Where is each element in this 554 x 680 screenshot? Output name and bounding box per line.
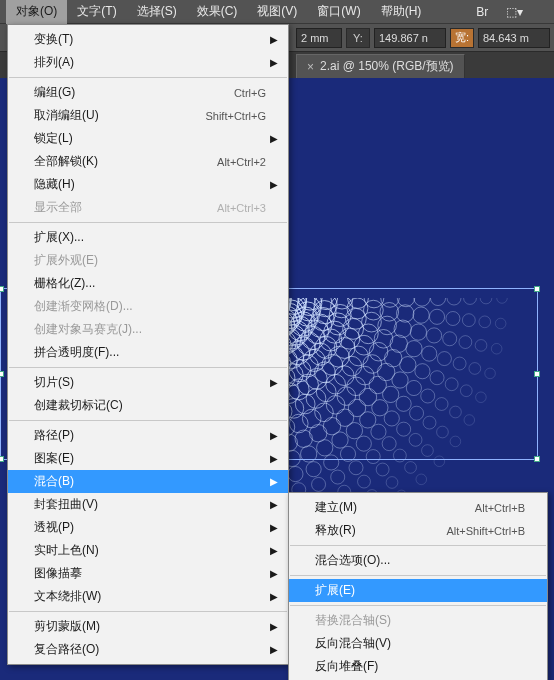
menu-item[interactable]: 实时上色(N)▶ — [8, 539, 288, 562]
menu-item-label: 复合路径(O) — [34, 641, 99, 658]
menu-separator — [290, 545, 546, 546]
menubar-item[interactable]: 文字(T) — [67, 0, 126, 24]
object-menu: 变换(T)▶排列(A)▶编组(G)Ctrl+G取消编组(U)Shift+Ctrl… — [7, 24, 289, 665]
menu-item[interactable]: 切片(S)▶ — [8, 371, 288, 394]
menu-item-label: 创建对象马赛克(J)... — [34, 321, 142, 338]
menu-item-label: 替换混合轴(S) — [315, 612, 391, 629]
menu-separator — [9, 77, 287, 78]
menu-item[interactable]: 编组(G)Ctrl+G — [8, 81, 288, 104]
menu-shortcut: Alt+Ctrl+2 — [217, 156, 266, 168]
menu-shortcut: Alt+Shift+Ctrl+B — [446, 525, 525, 537]
svg-point-232 — [416, 474, 427, 485]
menu-shortcut: Shift+Ctrl+G — [205, 110, 266, 122]
menubar-item[interactable]: 帮助(H) — [371, 0, 432, 24]
menu-item: 扩展外观(E) — [8, 249, 288, 272]
menu-shortcut: Alt+Ctrl+3 — [217, 202, 266, 214]
x-field[interactable]: 2 mm — [296, 28, 342, 48]
menu-item[interactable]: 文本绕排(W)▶ — [8, 585, 288, 608]
submenu-arrow-icon: ▶ — [270, 644, 278, 655]
menu-item[interactable]: 栅格化(Z)... — [8, 272, 288, 295]
w-field[interactable]: 84.643 m — [478, 28, 550, 48]
menu-item[interactable]: 混合(B)▶ — [8, 470, 288, 493]
submenu-arrow-icon: ▶ — [270, 377, 278, 388]
menu-item[interactable]: 反向混合轴(V) — [289, 632, 547, 655]
menu-item[interactable]: 隐藏(H)▶ — [8, 173, 288, 196]
menubar-item[interactable]: 对象(O) — [6, 0, 67, 24]
menu-item-label: 混合选项(O)... — [315, 552, 390, 569]
menu-item[interactable]: 混合选项(O)... — [289, 549, 547, 572]
menubar-item[interactable]: 选择(S) — [127, 0, 187, 24]
submenu-arrow-icon: ▶ — [270, 568, 278, 579]
menu-item-label: 封套扭曲(V) — [34, 496, 98, 513]
menu-item[interactable]: 释放(R)Alt+Shift+Ctrl+B — [289, 519, 547, 542]
menu-item-label: 反向混合轴(V) — [315, 635, 391, 652]
menu-separator — [9, 367, 287, 368]
handle-tr[interactable] — [534, 286, 540, 292]
handle-br[interactable] — [534, 456, 540, 462]
menu-separator — [9, 611, 287, 612]
menu-item-label: 显示全部 — [34, 199, 82, 216]
menu-item[interactable]: 全部解锁(K)Alt+Ctrl+2 — [8, 150, 288, 173]
submenu-arrow-icon: ▶ — [270, 522, 278, 533]
submenu-arrow-icon: ▶ — [270, 621, 278, 632]
svg-point-216 — [405, 462, 417, 474]
menu-item[interactable]: 扩展(X)... — [8, 226, 288, 249]
menu-item[interactable]: 建立(M)Alt+Ctrl+B — [289, 496, 547, 519]
menu-item[interactable]: 锁定(L)▶ — [8, 127, 288, 150]
document-tab[interactable]: × 2.ai @ 150% (RGB/预览) — [296, 54, 465, 78]
y-field[interactable]: 149.867 n — [374, 28, 446, 48]
submenu-arrow-icon: ▶ — [270, 591, 278, 602]
menu-separator — [290, 575, 546, 576]
handle-ml[interactable] — [0, 371, 4, 377]
menu-item[interactable]: 图案(E)▶ — [8, 447, 288, 470]
menu-item-label: 实时上色(N) — [34, 542, 99, 559]
menu-item-label: 扩展(E) — [315, 582, 355, 599]
menu-item[interactable]: 反向堆叠(F) — [289, 655, 547, 678]
menu-item[interactable]: 拼合透明度(F)... — [8, 341, 288, 364]
menu-item[interactable]: 路径(P)▶ — [8, 424, 288, 447]
menu-item-label: 排列(A) — [34, 54, 74, 71]
menu-item[interactable]: 扩展(E) — [289, 579, 547, 602]
menu-item[interactable]: 透视(P)▶ — [8, 516, 288, 539]
close-tab-icon[interactable]: × — [307, 60, 314, 74]
handle-mr[interactable] — [534, 371, 540, 377]
menu-item-label: 图像描摹 — [34, 565, 82, 582]
submenu-arrow-icon: ▶ — [270, 476, 278, 487]
toolbar-icon[interactable]: ⬚▾ — [500, 3, 528, 21]
menu-item-label: 切片(S) — [34, 374, 74, 391]
menu-shortcut: Ctrl+G — [234, 87, 266, 99]
menubar-item[interactable]: 窗口(W) — [307, 0, 370, 24]
submenu-arrow-icon: ▶ — [270, 453, 278, 464]
menu-item[interactable]: 复合路径(O)▶ — [8, 638, 288, 661]
menu-item[interactable]: 图像描摹▶ — [8, 562, 288, 585]
menu-item-label: 扩展(X)... — [34, 229, 84, 246]
svg-point-188 — [312, 477, 326, 491]
menu-item[interactable]: 创建裁切标记(C) — [8, 394, 288, 417]
svg-point-202 — [358, 475, 371, 488]
menu-separator — [290, 605, 546, 606]
menu-item[interactable]: 剪切蒙版(M)▶ — [8, 615, 288, 638]
menu-item[interactable]: 排列(A)▶ — [8, 51, 288, 74]
menu-item[interactable]: 封套扭曲(V)▶ — [8, 493, 288, 516]
menu-item[interactable]: 取消编组(U)Shift+Ctrl+G — [8, 104, 288, 127]
menu-item-label: 创建渐变网格(D)... — [34, 298, 133, 315]
menubar-item[interactable]: 视图(V) — [247, 0, 307, 24]
handle-tl[interactable] — [0, 286, 4, 292]
menu-shortcut: Alt+Ctrl+B — [475, 502, 525, 514]
svg-point-172 — [306, 462, 321, 477]
menu-item-label: 锁定(L) — [34, 130, 73, 147]
svg-point-187 — [331, 470, 345, 484]
svg-point-201 — [376, 463, 389, 476]
menu-item-label: 取消编组(U) — [34, 107, 99, 124]
menubar-item[interactable]: 效果(C) — [187, 0, 248, 24]
svg-point-217 — [386, 477, 398, 489]
menu-item-label: 栅格化(Z)... — [34, 275, 95, 292]
toolbar-icon[interactable]: Br — [468, 3, 496, 21]
menu-item-label: 透视(P) — [34, 519, 74, 536]
menubar: 对象(O)文字(T)选择(S)效果(C)视图(V)窗口(W)帮助(H)Br⬚▾ — [0, 0, 554, 24]
menu-item-label: 混合(B) — [34, 473, 74, 490]
menu-item[interactable]: 变换(T)▶ — [8, 28, 288, 51]
blend-submenu: 建立(M)Alt+Ctrl+B释放(R)Alt+Shift+Ctrl+B混合选项… — [288, 492, 548, 680]
menu-item-label: 图案(E) — [34, 450, 74, 467]
handle-bl[interactable] — [0, 456, 4, 462]
